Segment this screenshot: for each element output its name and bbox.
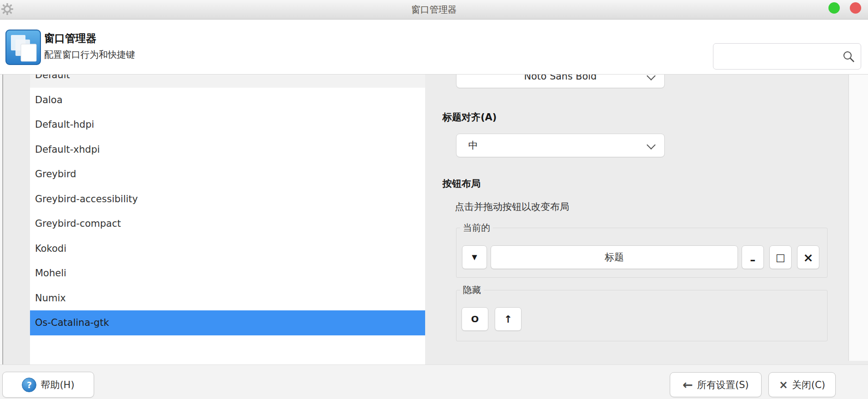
help-button[interactable]: ? 帮助(H) bbox=[2, 372, 94, 398]
hidden-layout-frame: 隐藏 O ↑ bbox=[456, 290, 828, 341]
theme-list-item[interactable]: Greybird-accessibility bbox=[30, 187, 425, 212]
close-dialog-button[interactable]: × 关闭(C) bbox=[768, 372, 836, 397]
maximize-button[interactable]: □ bbox=[769, 245, 792, 269]
theme-list-item[interactable]: Numix bbox=[30, 286, 425, 311]
title-alignment-label: 标题对齐(A) bbox=[442, 111, 497, 124]
theme-list-item[interactable]: Default-hdpi bbox=[30, 112, 425, 137]
title-alignment-value: 中 bbox=[468, 139, 478, 152]
button-layout-hint: 点击并拖动按钮以改变布局 bbox=[455, 200, 569, 213]
theme-list-item[interactable]: Moheli bbox=[30, 261, 425, 286]
chevron-down-icon bbox=[647, 75, 656, 80]
title-drag-button[interactable]: 标题 bbox=[491, 245, 738, 269]
title-alignment-select[interactable]: 中 bbox=[456, 134, 665, 157]
title-font-select[interactable]: Noto Sans Bold bbox=[456, 75, 665, 88]
theme-list-item[interactable]: Default-xhdpi bbox=[30, 137, 425, 162]
page-subtitle: 配置窗口行为和快捷键 bbox=[44, 49, 135, 61]
dialog-footer: ? 帮助(H) ← 所有设置(S) × 关闭(C) bbox=[0, 364, 868, 399]
title-font-value: Noto Sans Bold bbox=[524, 75, 597, 82]
maximize-circle-button[interactable] bbox=[828, 2, 840, 14]
chevron-down-icon bbox=[647, 140, 656, 150]
page-title: 窗口管理器 bbox=[44, 31, 96, 45]
theme-list-item[interactable]: Greybird-compact bbox=[30, 211, 425, 236]
theme-list[interactable]: DefaultDaloaDefault-hdpiDefault-xhdpiGre… bbox=[30, 75, 425, 365]
title-drag-label: 标题 bbox=[605, 251, 624, 264]
scrollbar-track[interactable] bbox=[849, 75, 868, 361]
current-frame-legend: 当前的 bbox=[460, 222, 493, 234]
minimize-icon: – bbox=[750, 254, 756, 266]
close-icon: × bbox=[803, 250, 813, 264]
close-circle-button[interactable] bbox=[850, 2, 861, 14]
theme-list-item[interactable]: Greybird bbox=[30, 162, 425, 187]
theme-list-item[interactable]: Daloa bbox=[30, 88, 425, 113]
button-layout-label: 按钮布局 bbox=[442, 177, 481, 190]
window-manager-icon bbox=[5, 30, 41, 65]
stick-button[interactable]: O bbox=[462, 307, 488, 331]
dialog-header: 窗口管理器 配置窗口行为和快捷键 bbox=[0, 20, 868, 74]
menu-button[interactable]: ▼ bbox=[462, 245, 487, 269]
close-layout-button[interactable]: × bbox=[797, 245, 819, 269]
content-area: DefaultDaloaDefault-hdpiDefault-xhdpiGre… bbox=[0, 74, 868, 364]
close-x-icon: × bbox=[779, 379, 788, 390]
help-label: 帮助(H) bbox=[40, 379, 74, 391]
help-icon: ? bbox=[22, 378, 36, 392]
search-box[interactable] bbox=[713, 43, 861, 70]
menu-triangle-icon: ▼ bbox=[472, 253, 477, 261]
window-title: 窗口管理器 bbox=[0, 4, 868, 16]
all-settings-button[interactable]: ← 所有设置(S) bbox=[670, 372, 762, 397]
settings-panel: Noto Sans Bold 标题对齐(A) 中 按钮布局 点击并拖动按钮以改变… bbox=[425, 75, 868, 365]
shade-button[interactable]: ↑ bbox=[495, 307, 522, 331]
window-titlebar[interactable]: 窗口管理器 bbox=[0, 0, 868, 20]
theme-list-item[interactable]: Os-Catalina-gtk bbox=[30, 310, 425, 335]
stick-icon: O bbox=[471, 314, 479, 324]
all-settings-label: 所有设置(S) bbox=[697, 379, 749, 391]
theme-list-item[interactable]: Default bbox=[30, 75, 425, 88]
search-input[interactable] bbox=[718, 46, 843, 67]
theme-list-item[interactable]: Kokodi bbox=[30, 236, 425, 261]
maximize-icon: □ bbox=[776, 252, 785, 263]
shade-arrow-icon: ↑ bbox=[504, 314, 512, 325]
current-layout-frame: 当前的 ▼ 标题 – □ × bbox=[456, 228, 828, 278]
back-arrow-icon: ← bbox=[682, 379, 693, 391]
list-left-gutter bbox=[2, 75, 30, 365]
search-icon bbox=[842, 50, 855, 65]
minimize-button[interactable]: – bbox=[742, 245, 764, 269]
close-label: 关闭(C) bbox=[792, 379, 825, 391]
hidden-frame-legend: 隐藏 bbox=[460, 284, 484, 296]
